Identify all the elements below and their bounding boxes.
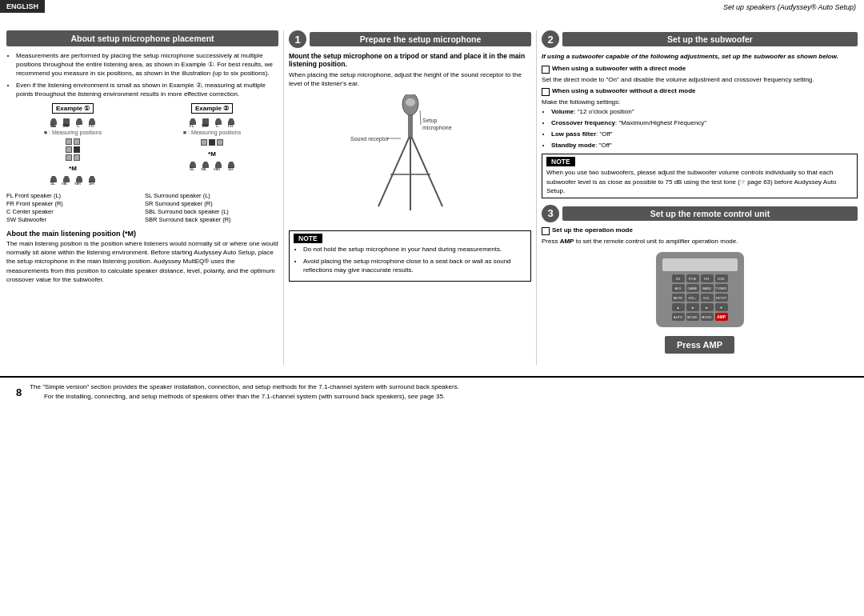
legend-fr: FR Front speaker (R): [6, 200, 140, 207]
legend-c: C Center speaker: [6, 208, 140, 215]
example-2-diagram: FL SW C FR ■ : Measuring positions *M: [146, 117, 278, 171]
remote-row-3: MUTE VOL+ VOL- SETUP: [659, 294, 741, 302]
remote-row-4: ▲ ◄ ► ▼: [659, 303, 741, 311]
seat-grid-1: [66, 138, 80, 161]
speaker-legend: FL Front speaker (L) SL Surround speaker…: [6, 192, 278, 223]
remote-btn-8: TUNER: [715, 284, 728, 292]
spk-sl-2: SL: [188, 160, 198, 171]
seat-grid-2: [201, 139, 223, 146]
op-mode-body: Press AMP to set the remote control unit…: [542, 237, 858, 246]
direct-mode-title: When using a subwoofer with a direct mod…: [552, 65, 686, 72]
bottom-speaker-row-2: SL SBL SBR SR: [188, 160, 236, 171]
m-label-2: *M: [208, 150, 216, 158]
remote-row-1: ZN PCW INT DVD: [659, 274, 741, 282]
page: ENGLISH Set up speakers (Audyssey® Auto …: [0, 0, 864, 616]
seat-1: [66, 138, 72, 145]
op-mode-title: Set up the operation mode: [552, 226, 633, 234]
microphone-illustration: Sound receptor Setup microphone: [289, 94, 531, 224]
bullet-2: Even if the listening environment is sma…: [16, 81, 278, 98]
footer: 8 The "Simple version" section provides …: [0, 376, 864, 406]
step2-num: 2: [542, 30, 559, 48]
note-bullet-2: Avoid placing the setup microphone close…: [303, 257, 526, 274]
svg-text:FL: FL: [190, 123, 194, 128]
seat-m2: [209, 139, 215, 146]
step1-bold-intro: Mount the setup microphone on a tripod o…: [289, 52, 531, 68]
subsection-body: The main listening position is the posit…: [6, 239, 278, 284]
speaker-icon-sl: SL: [49, 174, 58, 186]
measuring-label-2: ■ : Measuring positions: [183, 130, 241, 135]
direct-mode-label: When using a subwoofer with a direct mod…: [542, 65, 858, 74]
remote-row-2: AUX GAME BAND TUNER: [659, 284, 741, 292]
svg-text:SR: SR: [228, 166, 234, 171]
seat-b: [217, 139, 223, 146]
legend-sbr: SBR Surround back speaker (R): [145, 216, 278, 223]
svg-text:SBR: SBR: [214, 167, 220, 171]
remote-btn-14: ◄: [686, 303, 699, 311]
bullet-1: Measurements are performed by placing th…: [16, 51, 278, 78]
remote-btn-4: DVD: [715, 274, 728, 282]
settings-list: Volume: "12 o'clock position" Crossover …: [542, 107, 858, 150]
svg-text:FR: FR: [228, 123, 234, 128]
remote-container: ZN PCW INT DVD AUX GAME BAND TUNER MUTE …: [542, 252, 858, 358]
spk-sr-2: SR: [226, 160, 236, 171]
setting-lowpass: Low pass filter: "Off": [551, 130, 858, 138]
svg-text:Sound receptor: Sound receptor: [350, 136, 390, 142]
op-mode-label: Set up the operation mode: [542, 226, 858, 235]
svg-text:Setup: Setup: [422, 118, 437, 124]
measuring-label-1: ■ : Measuring positions: [44, 130, 102, 135]
svg-text:SL: SL: [50, 181, 55, 186]
main-content: About setup microphone placement Measure…: [0, 27, 864, 368]
svg-text:SL: SL: [190, 166, 194, 171]
left-section-title: About setup microphone placement: [6, 30, 278, 46]
remote-btn-6: GAME: [686, 284, 699, 292]
page-number: 8: [16, 386, 22, 398]
svg-text:FL: FL: [50, 123, 55, 128]
direct-mode-body: Set the direct mode to "On" and disable …: [542, 75, 858, 84]
example-2: Example ② FL SW C FR ■ : Measuring posit…: [146, 103, 278, 187]
remote-btn-movie: MOVIE: [686, 313, 699, 321]
setting-volume: Volume: "12 o'clock position": [551, 107, 858, 116]
svg-text:SBR: SBR: [74, 182, 81, 186]
no-direct-make: Make the following settings:: [542, 98, 858, 106]
subsection-listening: About the main listening position (*M) T…: [6, 230, 278, 284]
step1-title: Prepare the setup microphone: [310, 32, 531, 46]
step2-intro: If using a subwoofer capable of the foll…: [542, 52, 858, 61]
svg-point-39: [406, 98, 415, 106]
no-direct-mode-title: When using a subwoofer without a direct …: [552, 87, 696, 94]
remote-btn-12: SETUP: [715, 294, 728, 302]
col-left: About setup microphone placement Measure…: [6, 30, 278, 365]
svg-text:SBL: SBL: [201, 167, 207, 171]
press-amp-label: Press AMP: [665, 336, 734, 354]
no-direct-mode-label: When using a subwoofer without a direct …: [542, 87, 858, 96]
seat-3: [66, 146, 72, 153]
bottom-speaker-row-1: SL SBL SBR SR: [49, 174, 97, 186]
remote-btn-music: MUSIC: [701, 313, 714, 321]
remote-btn-13: ▲: [672, 303, 685, 311]
legend-sbl: SBL Surround back speaker (L): [145, 208, 278, 215]
svg-line-33: [378, 134, 410, 206]
step3-title: Set up the remote control unit: [562, 206, 858, 221]
spk-sbl-2: SBL: [201, 160, 210, 171]
col-mid: 1 Prepare the setup microphone Mount the…: [283, 30, 531, 365]
direct-mode-checkbox: [542, 66, 550, 74]
speaker-icon-fr: FR: [87, 117, 97, 128]
example-2-label: Example ②: [191, 103, 233, 114]
remote-row-5: AUTO MOVIE MUSIC AMP: [659, 313, 741, 321]
remote-btn-7: BAND: [701, 284, 714, 292]
seat-a: [201, 139, 207, 146]
remote-btn-5: AUX: [672, 284, 685, 292]
examples-row: Example ① FL SW C FR ■ : Measuring posit…: [6, 103, 278, 187]
remote-btn-auto: AUTO: [672, 313, 685, 321]
op-mode-checkbox: [542, 227, 550, 235]
remote-btn-amp[interactable]: AMP: [715, 313, 728, 321]
remote-btn-10: VOL+: [686, 294, 699, 302]
remote-btn-1: ZN: [672, 274, 685, 282]
speaker-icon-sw: SW: [62, 117, 71, 128]
speaker-icon-sbr: SBR: [74, 174, 84, 186]
note-header-1: NOTE: [294, 234, 322, 243]
example-1: Example ① FL SW C FR ■ : Measuring posit…: [6, 103, 139, 187]
remote-btn-9: MUTE: [672, 294, 685, 302]
step3-header: 3 Set up the remote control unit: [542, 205, 858, 222]
legend-fl: FL Front speaker (L): [6, 192, 140, 199]
spk-fl-2: FL: [188, 117, 198, 128]
